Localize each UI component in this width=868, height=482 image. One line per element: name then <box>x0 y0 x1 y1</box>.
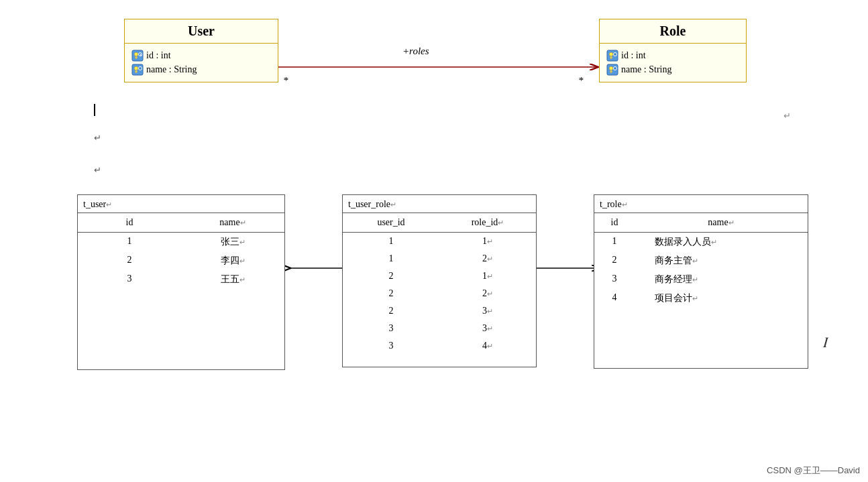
cell: 1 <box>78 235 181 249</box>
field-icon-name <box>131 64 144 76</box>
cell: 3 <box>343 339 439 353</box>
t-user-col-name: name↵ <box>181 216 284 229</box>
cell: 李四↵ <box>181 253 284 268</box>
roles-label: +roles <box>402 46 429 57</box>
uml-user-class: User ↻ id : int name : String <box>124 19 278 82</box>
return-mark-2: ↵ <box>94 165 101 176</box>
table-row: 2 李四↵ <box>78 251 284 270</box>
cell: 4↵ <box>439 339 536 353</box>
svg-point-23 <box>614 67 617 70</box>
text-cursor-ibeam: 𝐼 <box>823 334 828 351</box>
table-row: 1 数据录入人员↵ <box>594 233 808 251</box>
table-row: 3 商务经理↵ <box>594 270 808 289</box>
table-row: 1 1↵ <box>343 233 536 250</box>
cell: 王五↵ <box>181 272 284 287</box>
t-role-headers: id name↵ <box>594 213 808 233</box>
t-user-role-col-roleid: role_id↵ <box>439 216 536 229</box>
return-mark-1: ↵ <box>94 133 101 143</box>
svg-point-18 <box>614 53 617 56</box>
cell: 1↵ <box>439 235 536 248</box>
role-field-icon-name <box>606 64 618 76</box>
cell: 1 <box>343 235 439 248</box>
cell: 1↵ <box>439 269 536 283</box>
text-cursor <box>94 104 95 116</box>
cell: 3↵ <box>439 322 536 335</box>
t-user-col-id: id <box>78 216 181 229</box>
svg-rect-22 <box>610 71 612 72</box>
cell: 2 <box>343 269 439 283</box>
field-icon: ↻ <box>131 50 144 62</box>
uml-role-id-text: id : int <box>621 50 646 61</box>
uml-role-field-id: id : int <box>606 50 739 62</box>
cell: 4 <box>594 291 635 306</box>
uml-role-title: Role <box>600 19 746 44</box>
uml-user-title: User <box>125 19 278 44</box>
table-row: 4 项目会计↵ <box>594 289 808 308</box>
t-role-table: t_role↵ id name↵ 1 数据录入人员↵ 2 商务主管↵ 3 商务经… <box>594 194 808 369</box>
uml-user-id-text: id : int <box>146 50 171 61</box>
cell: 张三↵ <box>181 235 284 249</box>
t-user-title: t_user↵ <box>78 195 284 213</box>
t-user-role-headers: user_id role_id↵ <box>343 213 536 233</box>
watermark: CSDN @王卫——David <box>767 465 860 477</box>
cell: 3↵ <box>439 304 536 318</box>
t-role-title: t_role↵ <box>594 195 808 213</box>
table-row: 1 张三↵ <box>78 233 284 251</box>
uml-role-field-name: name : String <box>606 64 739 76</box>
cell: 2↵ <box>439 252 536 265</box>
table-row: 2 2↵ <box>343 285 536 302</box>
t-role-col-name: name↵ <box>635 216 808 229</box>
cell: 商务经理↵ <box>635 272 808 287</box>
table-row: 3 王五↵ <box>78 270 284 289</box>
t-role-col-id: id <box>594 216 635 229</box>
table-row: 2 1↵ <box>343 267 536 285</box>
uml-role-class: Role id : int name : String <box>599 19 747 82</box>
cell: 3 <box>78 272 181 287</box>
svg-rect-12 <box>135 71 138 72</box>
table-row: 2 3↵ <box>343 302 536 320</box>
user-multiplicity: * <box>283 75 288 86</box>
t-user-table: t_user↵ id name↵ 1 张三↵ 2 李四↵ 3 王五↵ <box>77 194 285 370</box>
table-row: 2 商务主管↵ <box>594 251 808 270</box>
uml-user-field-id: ↻ id : int <box>131 50 271 62</box>
cell: 2 <box>78 253 181 268</box>
role-multiplicity: * <box>578 75 584 86</box>
cell: 1 <box>594 235 635 249</box>
svg-rect-6 <box>135 57 138 58</box>
cell: 2 <box>343 304 439 318</box>
uml-role-name-text: name : String <box>621 64 671 75</box>
cell: 项目会计↵ <box>635 291 808 306</box>
cell: 3 <box>594 272 635 287</box>
uml-user-name-text: name : String <box>146 64 197 75</box>
cell: 商务主管↵ <box>635 253 808 268</box>
uml-user-field-name: name : String <box>131 64 271 76</box>
cell: 数据录入人员↵ <box>635 235 808 249</box>
cell: 2 <box>594 253 635 268</box>
return-mark-tr: ↵ <box>783 111 791 121</box>
table-row: 3 3↵ <box>343 320 536 337</box>
t-user-role-table: t_user_role↵ user_id role_id↵ 1 1↵ 1 2↵ … <box>342 194 537 367</box>
table-row: 1 2↵ <box>343 250 536 267</box>
cell: 2↵ <box>439 287 536 300</box>
t-user-role-title: t_user_role↵ <box>343 195 536 213</box>
t-user-role-col-userid: user_id <box>343 216 439 229</box>
role-field-icon-id <box>606 50 618 62</box>
svg-text:↻: ↻ <box>140 54 142 57</box>
cell: 2 <box>343 287 439 300</box>
svg-point-13 <box>139 67 142 70</box>
cell: 1 <box>343 252 439 265</box>
cell: 3 <box>343 322 439 335</box>
svg-rect-17 <box>610 57 612 58</box>
table-row: 3 4↵ <box>343 337 536 355</box>
t-user-headers: id name↵ <box>78 213 284 233</box>
